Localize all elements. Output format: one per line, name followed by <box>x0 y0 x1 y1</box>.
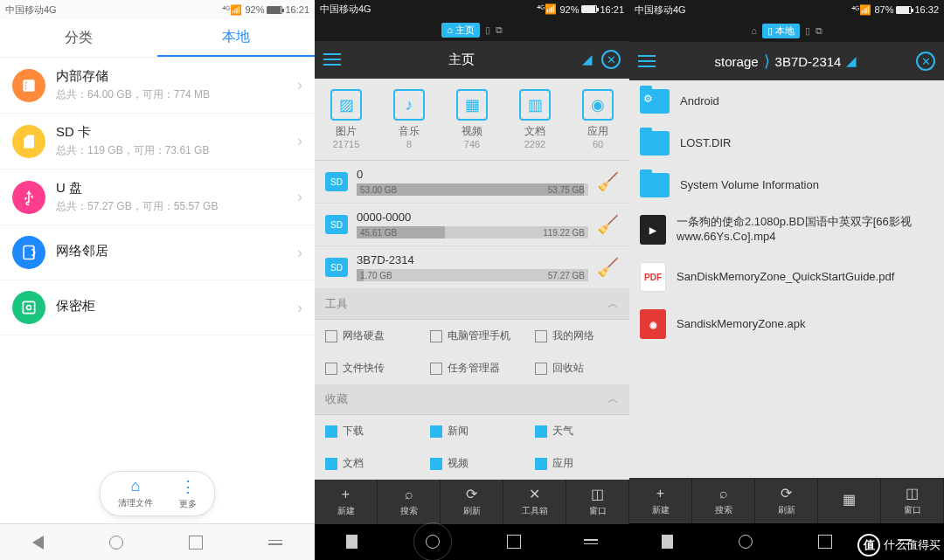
tab-category[interactable]: 分类 <box>0 19 157 57</box>
devices-icon[interactable]: ⧉ <box>816 25 823 37</box>
android-nav-bar <box>0 523 315 560</box>
nav-menu-button[interactable] <box>268 540 282 545</box>
breadcrumb-storage[interactable]: storage <box>715 54 759 69</box>
status-bar: 中国移动4G ⁴ᴳ📶 92% 16:21 <box>315 0 629 19</box>
nav-home-button[interactable] <box>739 535 753 549</box>
nav-menu-button[interactable] <box>584 539 598 544</box>
file-video[interactable]: ▶一条狗的使命2.1080p.BD国语中英双字[66影视www.66Ys.Co]… <box>629 206 944 253</box>
clean-icon[interactable]: 🧹 <box>597 214 619 235</box>
section-tools-header[interactable]: 工具︿ <box>315 289 629 320</box>
svg-point-3 <box>25 87 27 89</box>
nav-recent-button[interactable] <box>507 535 521 549</box>
phone-icon[interactable]: ▯ <box>485 24 490 36</box>
fav-weather[interactable]: 天气 <box>524 415 629 447</box>
svg-rect-0 <box>23 80 34 91</box>
status-bar: 中国移动4G ⁴ᴳ📶 92% 16:21 <box>0 0 315 19</box>
tool-icon <box>535 363 547 375</box>
toolbox-icon: ✕ <box>529 486 540 502</box>
fav-news[interactable]: 新闻 <box>420 415 524 447</box>
tool-my-network[interactable]: 我的网络 <box>524 320 629 352</box>
close-button[interactable]: ✕ <box>916 52 935 71</box>
toolbar-search[interactable]: ⌕搜索 <box>692 478 755 523</box>
breadcrumb-current[interactable]: 3B7D-2314 <box>775 54 842 69</box>
storage-internal[interactable]: 内部存储总共：64.00 GB，可用：774 MB › <box>0 58 315 114</box>
svg-point-2 <box>25 85 27 86</box>
nav-back-button[interactable] <box>346 535 357 549</box>
window-icon: ◫ <box>906 485 919 501</box>
clean-files-button[interactable]: ⌂清理文件 <box>118 477 153 510</box>
carrier-label: 中国移动4G <box>320 3 371 16</box>
fav-video[interactable]: 视频 <box>420 447 524 480</box>
floating-actions: ⌂清理文件 ⋮更多 <box>100 471 215 516</box>
dropdown-icon[interactable]: ◢ <box>582 52 593 67</box>
tab-local[interactable]: 本地 <box>157 19 315 57</box>
category-docs[interactable]: ▥文档2292 <box>503 89 566 149</box>
folder-icon <box>640 131 670 156</box>
category-video[interactable]: ▦视频746 <box>441 89 503 149</box>
home-icon[interactable]: ⌂ <box>751 25 757 36</box>
phone-icon[interactable]: ▯ <box>805 25 810 37</box>
clock: 16:32 <box>914 4 939 15</box>
storage-subtitle: 总共：64.00 GB，可用：774 MB <box>56 87 297 102</box>
category-music[interactable]: ♪音乐8 <box>378 89 441 149</box>
video-icon <box>430 458 442 470</box>
clean-icon[interactable]: 🧹 <box>597 171 619 192</box>
clean-icon[interactable]: 🧹 <box>597 257 619 278</box>
main-tabs: 分类 本地 <box>0 19 315 58</box>
toolbar-window[interactable]: ◫窗口 <box>881 478 944 523</box>
toolbar-window[interactable]: ◫窗口 <box>566 480 629 524</box>
folder-icon <box>640 89 670 114</box>
tool-file-transfer[interactable]: 文件快传 <box>315 352 420 384</box>
toolbar-toolbox[interactable]: ✕工具箱 <box>503 480 566 524</box>
nav-back-button[interactable] <box>32 536 44 550</box>
window-tab-local[interactable]: ▯ 本地 <box>762 24 800 38</box>
menu-button[interactable] <box>638 55 656 67</box>
nav-home-button[interactable] <box>109 536 123 550</box>
toolbar-view[interactable]: ▦ <box>818 478 881 523</box>
file-apk[interactable]: ◉SandiskMemoryZone.apk <box>629 301 944 348</box>
section-favs-header[interactable]: 收藏︿ <box>315 384 629 415</box>
nav-back-button[interactable] <box>662 535 673 549</box>
drive-2[interactable]: SD 3B7D-23141.70 GB57.27 GB 🧹 <box>315 246 629 289</box>
app-icon <box>535 458 547 470</box>
toolbar-new[interactable]: +新建 <box>629 478 692 523</box>
nav-recent-button[interactable] <box>818 535 832 549</box>
drive-1[interactable]: SD 0000-000045.61 GB119.22 GB 🧹 <box>315 204 629 246</box>
tools-grid: 网络硬盘 电脑管理手机 我的网络 文件快传 任务管理器 回收站 <box>315 320 629 384</box>
drive-0[interactable]: SD 053.00 GB53.75 GB 🧹 <box>315 161 629 204</box>
tool-network-disk[interactable]: 网络硬盘 <box>315 320 420 352</box>
storage-network[interactable]: 网络邻居 › <box>0 225 315 280</box>
toolbar-new[interactable]: +新建 <box>315 480 378 524</box>
storage-safe[interactable]: 保密柜 › <box>0 280 315 335</box>
tool-pc-manage[interactable]: 电脑管理手机 <box>420 320 524 352</box>
watermark-icon: 值 <box>857 534 880 557</box>
folder-lostdir[interactable]: LOST.DIR <box>629 122 944 164</box>
more-button[interactable]: ⋮更多 <box>179 477 197 510</box>
category-images[interactable]: ▨图片21715 <box>315 89 378 149</box>
file-pdf[interactable]: PDFSanDiskMemoryZone_QuickStartGuide.pdf <box>629 253 944 301</box>
category-apps[interactable]: ◉应用60 <box>566 89 629 149</box>
folder-android[interactable]: Android <box>629 80 944 122</box>
storage-list: 内部存储总共：64.00 GB，可用：774 MB › SD 卡总共：119 G… <box>0 58 315 523</box>
toolbar-refresh[interactable]: ⟳刷新 <box>755 478 818 523</box>
fav-docs[interactable]: 文档 <box>315 447 420 480</box>
folder-svi[interactable]: System Volume Information <box>629 164 944 206</box>
window-tab-home[interactable]: ⌂ 主页 <box>441 23 480 38</box>
chevron-right-icon: › <box>297 244 302 262</box>
tool-icon <box>535 330 547 342</box>
storage-sdcard[interactable]: SD 卡总共：119 GB，可用：73.61 GB › <box>0 114 315 169</box>
fav-apps[interactable]: 应用 <box>524 447 629 480</box>
close-button[interactable]: ✕ <box>601 50 621 69</box>
nav-recent-button[interactable] <box>189 536 203 550</box>
tool-task-manager[interactable]: 任务管理器 <box>420 352 524 384</box>
devices-icon[interactable]: ⧉ <box>496 24 503 36</box>
dropdown-icon[interactable]: ◢ <box>846 53 857 69</box>
toolbar-search[interactable]: ⌕搜索 <box>378 480 441 524</box>
android-icon: ◉ <box>582 89 614 121</box>
fav-download[interactable]: 下载 <box>315 415 420 447</box>
storage-usb[interactable]: U 盘总共：57.27 GB，可用：55.57 GB › <box>0 169 315 225</box>
toolbar-refresh[interactable]: ⟳刷新 <box>441 480 503 524</box>
menu-button[interactable] <box>323 53 341 66</box>
tool-recycle-bin[interactable]: 回收站 <box>524 352 629 384</box>
signal-icon: ⁴ᴳ📶 <box>537 3 557 15</box>
